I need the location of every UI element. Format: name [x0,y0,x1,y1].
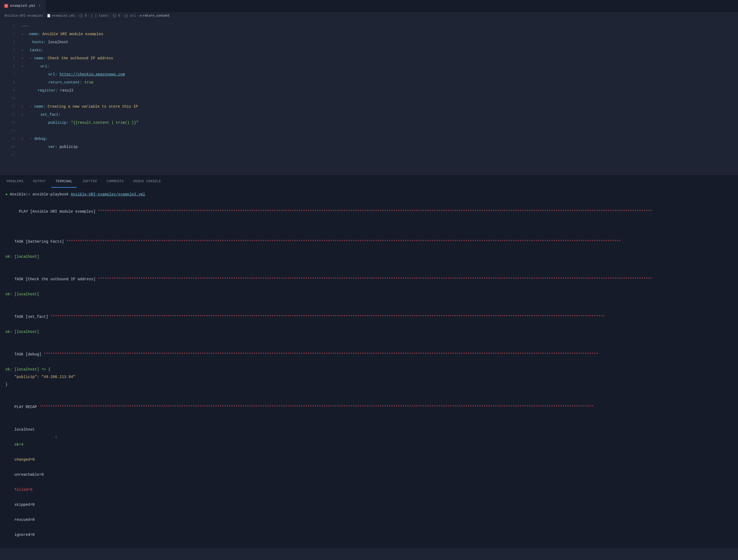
breadcrumb-item-0[interactable]: {} 0 [79,14,87,18]
breadcrumb-item-task0[interactable]: {} 0 [112,14,120,18]
editor-line-3: 3 hosts: localhost [0,38,738,46]
terminal-ok-debug-open: ok: [localhost] => { [5,366,733,373]
line-number-5: 5 [4,54,15,62]
breadcrumb-item-tasks[interactable]: [ ] tasks [91,14,108,18]
terminal-blank-2 [5,260,733,268]
editor-line-14: 14 [0,127,738,135]
fold-arrow-6[interactable]: ∨ [21,62,23,70]
terminal-play-recap-header: PLAY RECAP *****************************… [5,396,733,418]
tab-debug-console[interactable]: DEBUG CONSOLE [129,176,165,188]
return-content-icon: ⊞ [140,14,142,17]
panel-tab-bar: PROBLEMS OUTPUT TERMINAL JUPYTER COMMENT… [0,176,738,187]
terminal-ok-gathering: ok: [localhost] [5,253,733,260]
terminal-ok-set-fact: ok: [localhost] [5,328,733,336]
editor-content: 1 --- 2 ∨ - name: Ansible URI module exa… [0,20,738,161]
editor-line-8: 8 return_content: true [0,78,738,86]
breadcrumb-sep-2: › [76,14,78,18]
terminal-publicip-value: "publicip": "49.206.113.94" [5,373,733,381]
terminal-recap-row: localhost : ok=4 changed=0 unreachable=0… [5,418,733,546]
editor-line-9: 9 register: result [0,86,738,94]
terminal-task-check-ip: TASK [Check the outbound IP address] ***… [5,268,733,290]
terminal-blank-5 [5,388,733,396]
line-number-16: 16 [4,143,15,151]
line-number-15: 15 [4,135,15,143]
terminal-prompt-line: ● Ansible|⇒ ansible-playbook Ansible-URI… [5,191,733,198]
breadcrumb-item-return-content[interactable]: ⊞ return_content [140,14,169,18]
terminal-task-debug: TASK [debug] ***************************… [5,343,733,366]
tab-bar: Y example3.yml × [0,0,738,12]
editor-line-17: 17 [0,151,738,159]
line-number-10: 10 [4,94,15,102]
terminal-task-gathering: TASK [Gathering Facts] *****************… [5,230,733,253]
line-number-8: 8 [4,78,15,86]
yaml-icon: 📄 [47,14,51,17]
terminal-play-header: PLAY [Ansible URI module examples] *****… [5,200,733,223]
yaml-file-icon: Y [4,4,8,8]
terminal-ok-check-ip: ok: [localhost] [5,290,733,298]
fold-arrow-11[interactable]: ∨ [21,102,23,110]
terminal-blank-1 [5,223,733,230]
tab-terminal[interactable]: TERMINAL [51,176,77,188]
tab-comments[interactable]: COMMENTS [102,176,128,188]
line-number-12: 12 [4,110,15,119]
line-number-1: 1 [4,22,15,30]
fold-arrow-2[interactable]: ∨ [21,30,23,38]
terminal-task-set-fact: TASK [set_fact] ************************… [5,305,733,328]
terminal-blank-4 [5,336,733,343]
terminal-play-section: PLAY [Ansible URI module examples] *****… [5,200,733,223]
tab-close-button[interactable]: × [38,4,42,8]
terminal-panel[interactable]: ● Ansible|⇒ ansible-playbook Ansible-URI… [0,187,738,548]
editor-line-4: 4 ∨ tasks: [0,46,738,54]
line-number-7: 7 [4,70,15,78]
editor-line-13: 13 publicip: "{{result.content | trim() … [0,119,738,127]
fold-arrow-12[interactable]: ∨ [21,110,23,119]
editor-line-2: 2 ∨ - name: Ansible URI module examples [0,30,738,38]
breadcrumb-item-file[interactable]: 📄 example3.yml [47,14,75,18]
editor-line-7: 7 url: https://checkip.amazonaws.com [0,70,738,78]
terminal-blank-3 [5,298,733,305]
breadcrumb-sep-1: › [44,14,46,18]
fold-arrow-4[interactable]: ∨ [21,46,23,54]
line-number-9: 9 [4,86,15,94]
breadcrumb: Ansible-URI-examples › 📄 example3.yml › … [0,12,738,20]
breadcrumb-sep-6: › [137,14,139,18]
fold-arrow-5[interactable]: ∨ [21,54,23,62]
editor-line-1: 1 --- [0,22,738,30]
tab-jupyter[interactable]: JUPYTER [78,176,101,188]
line-number-14: 14 [4,127,15,135]
line-number-2: 2 [4,30,15,38]
terminal-bullet: ● [5,192,8,197]
line-number-13: 13 [4,119,15,127]
line-number-4: 4 [4,46,15,54]
line-number-6: 6 [4,62,15,70]
breadcrumb-sep-5: › [121,14,123,18]
editor-line-15: 15 ∨ - debug: [0,135,738,143]
tab-label: example3.yml [10,4,35,8]
code-editor[interactable]: 1 --- 2 ∨ - name: Ansible URI module exa… [0,20,738,176]
editor-line-5: 5 ∨ - name: Check the outbound IP addres… [0,54,738,62]
tab-problems[interactable]: PROBLEMS [2,176,28,188]
breadcrumb-sep-4: › [109,14,111,18]
editor-line-16: 16 var: publicip [0,143,738,151]
line-number-11: 11 [4,102,15,110]
line-number-17: 17 [4,151,15,159]
terminal-command: ansible-playbook [32,192,71,197]
editor-line-10: 10 [0,94,738,102]
terminal-playbook-link[interactable]: Ansible-URI-examples/example3.yml [71,192,145,197]
terminal-prompt-ansible: Ansible [10,192,26,197]
breadcrumb-item-uri[interactable]: {} uri [124,14,136,18]
editor-line-12: 12 ∨ set_fact: [0,110,738,119]
editor-line-11: 11 ∨ - name: Creating a new variable to … [0,102,738,110]
terminal-debug-close: } [5,381,733,388]
breadcrumb-sep-3: › [88,14,90,18]
fold-arrow-15[interactable]: ∨ [21,135,23,143]
tab-example3-yml[interactable]: Y example3.yml × [0,0,46,12]
line-number-3: 3 [4,38,15,46]
tab-output[interactable]: OUTPUT [29,176,50,188]
editor-line-6: 6 ∨ uri: [0,62,738,70]
breadcrumb-item-root[interactable]: Ansible-URI-examples [4,14,43,18]
